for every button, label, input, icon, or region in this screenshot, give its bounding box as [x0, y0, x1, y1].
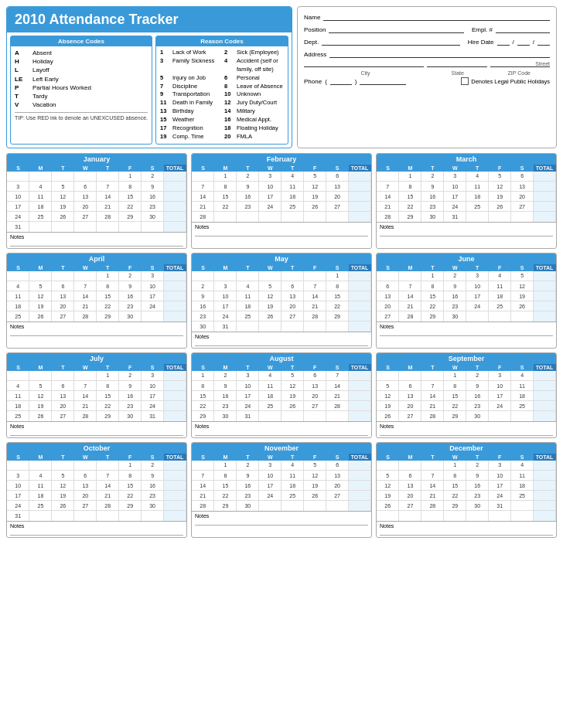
cal-day-cell[interactable]: 5 [511, 271, 534, 281]
cal-day-cell[interactable]: 14 [304, 291, 326, 301]
cal-day-cell[interactable]: 5 [52, 182, 74, 192]
cal-day-cell[interactable]: 2 [237, 461, 259, 471]
cal-day-cell[interactable]: 13 [326, 471, 349, 481]
cal-day-cell[interactable]: 15 [119, 481, 142, 491]
cal-day-cell[interactable] [282, 271, 304, 281]
cal-day-cell[interactable]: 22 [421, 301, 444, 311]
cal-day-cell[interactable]: 28 [304, 311, 326, 321]
cal-day-cell[interactable]: 15 [399, 192, 421, 202]
cal-day-cell[interactable]: 20 [399, 491, 421, 501]
cal-day-cell[interactable]: 31 [237, 411, 259, 421]
name-field[interactable] [323, 12, 550, 21]
cal-day-cell[interactable]: 12 [377, 481, 399, 491]
cal-day-cell[interactable]: 22 [214, 202, 237, 212]
cal-day-cell[interactable] [399, 461, 421, 471]
cal-day-cell[interactable]: 8 [192, 381, 214, 391]
cal-day-cell[interactable]: 28 [326, 401, 349, 411]
cal-day-cell[interactable]: 3 [489, 371, 511, 381]
cal-day-cell[interactable] [489, 411, 511, 421]
cal-day-cell[interactable]: 17 [7, 491, 29, 501]
cal-day-cell[interactable]: 6 [52, 281, 74, 291]
cal-day-cell[interactable]: 26 [52, 212, 74, 222]
cal-day-cell[interactable] [214, 212, 237, 222]
cal-day-cell[interactable] [326, 212, 349, 222]
cal-day-cell[interactable]: 17 [259, 481, 282, 491]
cal-day-cell[interactable]: 3 [489, 461, 511, 471]
cal-day-cell[interactable]: 12 [489, 182, 511, 192]
cal-day-cell[interactable]: 20 [326, 192, 349, 202]
cal-day-cell[interactable]: 24 [237, 401, 259, 411]
cal-day-cell[interactable]: 15 [214, 192, 237, 202]
cal-day-cell[interactable]: 20 [511, 192, 534, 202]
cal-day-cell[interactable] [29, 461, 52, 471]
cal-day-cell[interactable] [282, 501, 304, 511]
cal-day-cell[interactable]: 13 [282, 291, 304, 301]
cal-day-cell[interactable] [74, 511, 97, 521]
cal-day-cell[interactable]: 26 [377, 411, 399, 421]
cal-day-cell[interactable]: 5 [377, 381, 399, 391]
cal-day-cell[interactable]: 1 [214, 461, 237, 471]
cal-day-cell[interactable]: 23 [421, 202, 444, 212]
cal-day-cell[interactable]: 1 [444, 461, 466, 471]
cal-day-cell[interactable] [304, 212, 326, 222]
cal-day-cell[interactable]: 25 [282, 491, 304, 501]
cal-day-cell[interactable]: 25 [7, 311, 29, 321]
cal-day-cell[interactable]: 16 [142, 481, 164, 491]
cal-day-cell[interactable]: 13 [399, 391, 421, 401]
cal-day-cell[interactable]: 6 [74, 182, 97, 192]
cal-day-cell[interactable]: 14 [97, 481, 119, 491]
cal-day-cell[interactable]: 9 [237, 182, 259, 192]
cal-day-cell[interactable]: 23 [466, 401, 489, 411]
cal-day-cell[interactable]: 14 [192, 481, 214, 491]
cal-day-cell[interactable] [377, 371, 399, 381]
cal-day-cell[interactable]: 12 [52, 192, 74, 202]
cal-day-cell[interactable]: 30 [466, 501, 489, 511]
phone-area[interactable] [330, 84, 352, 85]
cal-day-cell[interactable]: 28 [74, 411, 97, 421]
cal-day-cell[interactable]: 8 [119, 471, 142, 481]
cal-day-cell[interactable]: 22 [326, 301, 349, 311]
cal-day-cell[interactable]: 19 [304, 481, 326, 491]
cal-day-cell[interactable]: 16 [421, 192, 444, 202]
cal-day-cell[interactable]: 19 [304, 192, 326, 202]
cal-day-cell[interactable]: 28 [377, 212, 399, 222]
cal-day-cell[interactable]: 8 [444, 471, 466, 481]
cal-day-cell[interactable]: 11 [511, 471, 534, 481]
cal-day-cell[interactable]: 6 [52, 381, 74, 391]
cal-day-cell[interactable]: 25 [511, 401, 534, 411]
cal-day-cell[interactable]: 17 [142, 391, 164, 401]
cal-day-cell[interactable]: 8 [214, 182, 237, 192]
cal-day-cell[interactable]: 3 [7, 182, 29, 192]
cal-day-cell[interactable]: 17 [489, 391, 511, 401]
cal-day-cell[interactable]: 7 [399, 281, 421, 291]
cal-day-cell[interactable] [52, 271, 74, 281]
cal-day-cell[interactable]: 11 [282, 471, 304, 481]
cal-day-cell[interactable]: 24 [214, 311, 237, 321]
cal-day-cell[interactable] [74, 172, 97, 182]
cal-day-cell[interactable]: 19 [52, 202, 74, 212]
cal-day-cell[interactable]: 21 [326, 391, 349, 401]
cal-day-cell[interactable]: 28 [421, 501, 444, 511]
cal-day-cell[interactable]: 9 [142, 471, 164, 481]
cal-day-cell[interactable]: 22 [399, 202, 421, 212]
cal-day-cell[interactable]: 17 [214, 301, 237, 311]
cal-day-cell[interactable]: 10 [444, 182, 466, 192]
cal-day-cell[interactable]: 7 [74, 381, 97, 391]
cal-day-cell[interactable]: 27 [326, 491, 349, 501]
cal-day-cell[interactable]: 27 [52, 311, 74, 321]
cal-day-cell[interactable]: 16 [119, 291, 142, 301]
hire-date-day[interactable] [497, 36, 510, 46]
cal-day-cell[interactable] [259, 212, 282, 222]
cal-day-cell[interactable]: 26 [259, 311, 282, 321]
cal-day-cell[interactable]: 27 [74, 212, 97, 222]
cal-day-cell[interactable] [237, 212, 259, 222]
cal-day-cell[interactable]: 25 [259, 401, 282, 411]
city-field[interactable] [304, 66, 424, 67]
cal-day-cell[interactable] [489, 511, 511, 521]
cal-day-cell[interactable]: 26 [282, 401, 304, 411]
cal-day-cell[interactable]: 14 [97, 192, 119, 202]
cal-day-cell[interactable]: 7 [74, 281, 97, 291]
cal-day-cell[interactable]: 6 [377, 281, 399, 291]
cal-day-cell[interactable]: 13 [52, 291, 74, 301]
cal-day-cell[interactable]: 6 [74, 471, 97, 481]
